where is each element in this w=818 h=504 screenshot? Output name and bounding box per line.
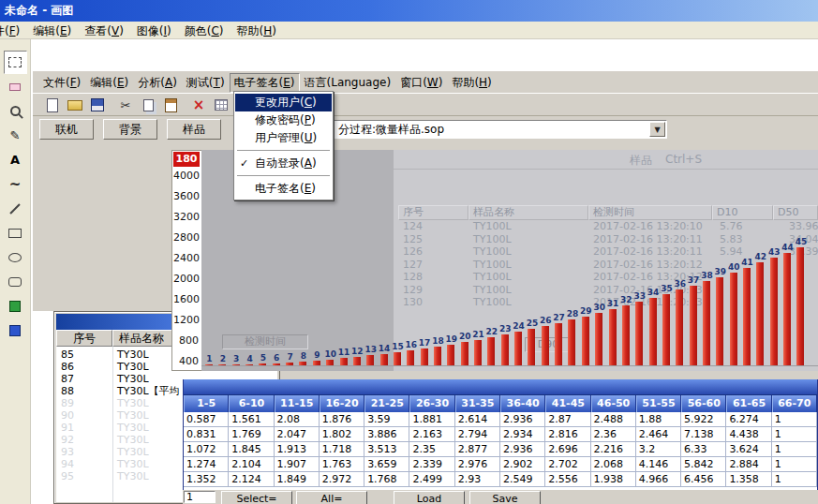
dist-cell[interactable]: 4.438 xyxy=(726,427,771,442)
dist-cell[interactable]: 7.138 xyxy=(681,427,726,442)
dist-cell[interactable]: 4.966 xyxy=(636,472,681,487)
dist-cell[interactable]: 2.902 xyxy=(500,457,545,472)
dist-cell[interactable]: 1 xyxy=(772,412,817,427)
dist-cell[interactable]: 1.913 xyxy=(275,442,320,457)
mode-button-0[interactable]: 联机 xyxy=(39,119,94,140)
dist-cell[interactable]: 2.702 xyxy=(545,457,590,472)
app-menu-item-2[interactable]: 分析(A) xyxy=(133,73,182,93)
dist-cell[interactable]: 1.938 xyxy=(591,472,636,487)
dist-cell[interactable]: 2.124 xyxy=(229,472,274,487)
rounded-rect-tool[interactable] xyxy=(4,270,27,293)
curve-tool[interactable]: ~ xyxy=(4,172,27,196)
dist-cell[interactable]: 0.831 xyxy=(184,427,229,442)
app-menu-item-6[interactable]: 窗口(W) xyxy=(395,73,447,93)
dist-cell[interactable]: 2.936 xyxy=(500,412,545,427)
pencil-tool[interactable]: ✎ xyxy=(4,124,27,147)
dist-row[interactable]: 1.2742.1041.9071.7633.6592.3392.9762.902… xyxy=(184,457,817,472)
bottom-button-save[interactable]: Save xyxy=(469,491,541,504)
paint-titlebar[interactable]: 未命名 - 画图 xyxy=(0,0,818,22)
bottom-button-select[interactable]: Select= xyxy=(221,491,292,504)
dist-cell[interactable]: 5.922 xyxy=(681,412,726,427)
dist-cell[interactable]: 3.886 xyxy=(364,427,409,442)
dist-cell[interactable]: 2.934 xyxy=(500,427,545,442)
dropdown-item-0[interactable]: 更改用户(C) xyxy=(235,94,332,111)
dist-cell[interactable]: 2.936 xyxy=(500,442,545,457)
dist-cell[interactable]: 2.93 xyxy=(455,472,500,487)
dist-cell[interactable]: 2.884 xyxy=(726,457,771,472)
dist-row[interactable]: 0.8311.7692.0471.8023.8862.1632.7942.934… xyxy=(184,427,817,442)
mode-button-2[interactable]: 样品 xyxy=(167,119,221,140)
app-menu-item-7[interactable]: 帮助(H) xyxy=(447,73,496,93)
dist-cell[interactable]: 1.876 xyxy=(320,412,364,427)
zoom-tool[interactable] xyxy=(4,99,27,123)
dist-cell[interactable]: 3.659 xyxy=(364,457,409,472)
dist-cell[interactable]: 0.587 xyxy=(184,412,229,427)
dist-cell[interactable]: 6.33 xyxy=(681,442,726,457)
paint-menu-item-3[interactable]: 图像(I) xyxy=(130,22,178,39)
dist-cell[interactable]: 1 xyxy=(772,427,817,442)
bottom-button-all[interactable]: All= xyxy=(296,491,367,504)
paint-canvas-lower[interactable] xyxy=(31,311,53,504)
dist-cell[interactable]: 1.718 xyxy=(320,442,364,457)
dist-cell[interactable]: 1.88 xyxy=(636,412,681,427)
dist-cell[interactable]: 2.08 xyxy=(275,412,320,427)
dist-cell[interactable]: 1.802 xyxy=(320,427,364,442)
dist-cell[interactable]: 2.35 xyxy=(409,442,454,457)
ellipse-tool[interactable] xyxy=(4,245,27,269)
fill-blue-tool[interactable] xyxy=(4,319,27,342)
save-button[interactable] xyxy=(87,96,108,114)
dist-cell[interactable]: 1.849 xyxy=(275,472,320,487)
dist-cell[interactable]: 2.216 xyxy=(591,442,636,457)
marquee-select-tool[interactable] xyxy=(4,51,27,74)
dist-cell[interactable]: 2.794 xyxy=(455,427,500,442)
dist-cell[interactable]: 2.877 xyxy=(455,442,500,457)
dist-cell[interactable]: 1.763 xyxy=(320,457,364,472)
combo-dropdown-arrow-icon[interactable]: ▼ xyxy=(649,122,665,137)
dist-cell[interactable]: 1 xyxy=(772,472,817,487)
app-menu-item-4[interactable]: 电子签名(E) xyxy=(230,73,300,93)
dist-cell[interactable]: 5.842 xyxy=(681,457,726,472)
app-menu-item-1[interactable]: 编辑(E) xyxy=(85,73,133,93)
dist-cell[interactable]: 1.881 xyxy=(409,412,454,427)
line-tool[interactable] xyxy=(4,197,27,220)
dropdown-item-2[interactable]: 用户管理(U) xyxy=(235,129,332,147)
dist-cell[interactable]: 2.488 xyxy=(591,412,636,427)
dist-cell[interactable]: 4.146 xyxy=(636,457,681,472)
dist-cell[interactable]: 1.358 xyxy=(726,472,771,487)
bottom-button-load[interactable]: Load xyxy=(394,491,465,504)
eraser-tool[interactable] xyxy=(4,75,27,98)
app-menu-item-3[interactable]: 测试(T) xyxy=(182,73,230,93)
delete-button[interactable]: × xyxy=(188,96,209,114)
paint-menu-item-1[interactable]: 编辑(E) xyxy=(26,22,78,39)
dist-cell[interactable]: 1.274 xyxy=(184,457,229,472)
dist-cell[interactable]: 2.104 xyxy=(229,457,274,472)
dist-cell[interactable]: 6.274 xyxy=(726,412,771,427)
rectangle-tool[interactable] xyxy=(4,221,27,245)
paint-menu-item-0[interactable]: 文件(F) xyxy=(0,22,26,39)
mode-button-1[interactable]: 背景 xyxy=(103,119,157,140)
row-number-input[interactable] xyxy=(184,491,216,503)
dist-cell[interactable]: 2.339 xyxy=(409,457,454,472)
cut-button[interactable]: ✂ xyxy=(115,96,136,114)
dist-cell[interactable]: 2.464 xyxy=(636,427,681,442)
paint-menu-item-2[interactable]: 查看(V) xyxy=(78,22,130,39)
dist-row[interactable]: 1.0721.8451.9131.7183.5132.352.8772.9362… xyxy=(184,442,817,457)
dist-cell[interactable]: 2.047 xyxy=(275,427,320,442)
dist-cell[interactable]: 2.499 xyxy=(409,472,454,487)
dist-cell[interactable]: 1.845 xyxy=(229,442,274,457)
dist-cell[interactable]: 2.614 xyxy=(455,412,500,427)
dist-cell[interactable]: 1.561 xyxy=(229,412,274,427)
paste-button[interactable] xyxy=(160,96,181,114)
dist-cell[interactable]: 3.624 xyxy=(726,442,771,457)
dist-row[interactable]: 1.3522.1241.8492.9721.7682.4992.932.5492… xyxy=(184,472,817,487)
dropdown-item-6[interactable]: 电子签名(E) xyxy=(235,180,332,198)
paint-menu-item-5[interactable]: 帮助(H) xyxy=(231,22,283,39)
open-folder-button[interactable] xyxy=(65,96,85,114)
dist-cell[interactable]: 2.068 xyxy=(591,457,636,472)
dist-cell[interactable]: 2.556 xyxy=(545,472,590,487)
copy-button[interactable] xyxy=(138,96,158,114)
dist-cell[interactable]: 2.816 xyxy=(545,427,590,442)
dropdown-item-4[interactable]: ✓自动登录(A) xyxy=(235,155,332,172)
dist-cell[interactable]: 2.972 xyxy=(320,472,364,487)
dist-cell[interactable]: 2.976 xyxy=(455,457,500,472)
